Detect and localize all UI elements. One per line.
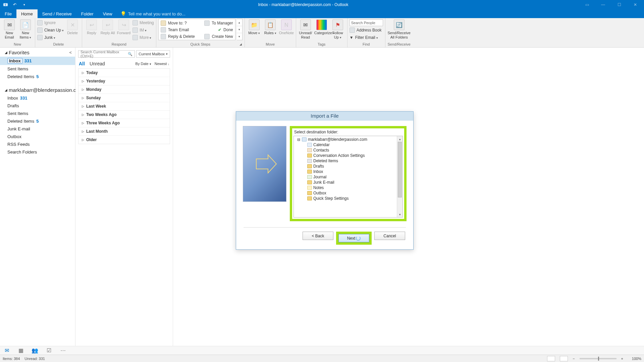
search-people-input[interactable]: Search People	[350, 19, 383, 26]
tab-folder[interactable]: Folder	[76, 9, 98, 18]
reply-button[interactable]: ↩Reply	[84, 19, 99, 35]
qat-customize-icon[interactable]: ▾	[21, 2, 27, 7]
search-scope-dropdown[interactable]: Current Mailbox▾	[136, 50, 170, 58]
tree-calendar[interactable]: Calendar	[294, 142, 397, 147]
group-today[interactable]: ▷Today	[78, 69, 170, 77]
fav-inbox[interactable]: Inbox331	[0, 57, 75, 65]
folder-search[interactable]: Search Folders	[0, 148, 75, 156]
tasks-module-icon[interactable]: ☑	[46, 347, 52, 354]
undo-icon[interactable]: ↶	[12, 2, 17, 7]
filter-unread[interactable]: Unread	[90, 61, 105, 66]
cleanup-button[interactable]: Clean Up	[37, 27, 64, 34]
zoom-slider[interactable]	[580, 358, 616, 359]
group-yesterday[interactable]: ▷Yesterday	[78, 77, 170, 85]
folder-outbox[interactable]: Outbox	[0, 133, 75, 140]
dialog-launcher-icon[interactable]: ◢	[239, 43, 242, 46]
view-reading-icon[interactable]	[560, 356, 568, 361]
group-last-week[interactable]: ▷Last Week	[78, 102, 170, 111]
more-modules-icon[interactable]: ⋯	[60, 347, 66, 354]
tree-journal[interactable]: Journal	[294, 174, 397, 180]
chevron-down-icon[interactable]: ▾	[237, 26, 242, 33]
sort-newest[interactable]: Newest ↓	[155, 62, 169, 66]
tree-outbox[interactable]: Outbox	[294, 190, 397, 196]
folder-drafts[interactable]: Drafts	[0, 102, 75, 110]
folder-sent-items[interactable]: Sent Items	[0, 110, 75, 117]
group-two-weeks[interactable]: ▷Two Weeks Ago	[78, 111, 170, 119]
quick-steps-nav[interactable]: ▴▾▾	[237, 19, 243, 40]
folder-deleted-items[interactable]: Deleted Items5	[0, 117, 75, 125]
fav-sent-items[interactable]: Sent Items	[0, 65, 75, 73]
tab-send-receive[interactable]: Send / Receive	[38, 9, 76, 18]
group-older[interactable]: ▷Older	[78, 136, 170, 144]
tell-me-search[interactable]: 💡 Tell me what you want to do...	[117, 9, 185, 18]
tab-file[interactable]: File	[0, 9, 16, 18]
mail-module-icon[interactable]: ✉	[3, 347, 10, 354]
zoom-out-icon[interactable]: −	[573, 357, 575, 361]
folder-tree[interactable]: ⊟marklabarr@blenderpassion.com Calendar …	[293, 136, 403, 218]
cancel-button[interactable]: Cancel	[374, 232, 405, 240]
tree-quickstep[interactable]: Quick Step Settings	[294, 196, 397, 201]
scroll-down-icon[interactable]: ▾	[397, 212, 402, 217]
favorites-header[interactable]: ◢Favorites<	[0, 48, 75, 57]
folder-junk[interactable]: Junk E-mail	[0, 125, 75, 133]
sort-by-date[interactable]: By Date ▾	[136, 62, 151, 66]
calendar-module-icon[interactable]: ▦	[17, 347, 24, 354]
view-normal-icon[interactable]	[547, 356, 555, 361]
search-mailbox-input[interactable]: Search Current Mailbox (Ctrl+E)🔍	[78, 50, 135, 58]
tree-notes[interactable]: Notes	[294, 185, 397, 190]
ignore-button[interactable]: Ignore	[37, 19, 64, 26]
back-button[interactable]: < Back	[303, 232, 333, 240]
maximize-icon[interactable]: ☐	[612, 0, 627, 9]
tree-deleted[interactable]: Deleted Items	[294, 158, 397, 164]
tab-home[interactable]: Home	[16, 9, 38, 18]
reply-all-button[interactable]: ↩Reply All	[100, 19, 115, 35]
account-header[interactable]: ◢marklabarr@blenderpassion.co...	[0, 85, 75, 94]
scroll-up-icon[interactable]: ▴	[397, 136, 402, 142]
filter-email-button[interactable]: ▼Filter Email	[350, 34, 383, 41]
forward-button[interactable]: ↪Forward	[116, 19, 131, 35]
tree-drafts[interactable]: Drafts	[294, 164, 397, 169]
group-monday[interactable]: ▷Monday	[78, 85, 170, 94]
quick-steps-more-icon[interactable]: ▾	[237, 33, 242, 40]
follow-up-button[interactable]: ⚑Follow Up	[330, 19, 345, 40]
im-button[interactable]: IM	[132, 27, 154, 34]
tab-view[interactable]: View	[98, 9, 117, 18]
move-button[interactable]: 📁Move	[247, 19, 262, 36]
people-module-icon[interactable]: 👥	[32, 347, 38, 354]
junk-button[interactable]: Junk	[37, 34, 64, 41]
zoom-in-icon[interactable]: +	[621, 357, 623, 361]
ribbon-display-icon[interactable]: ▭	[580, 0, 594, 9]
tree-root-account[interactable]: ⊟marklabarr@blenderpassion.com	[294, 137, 397, 142]
meeting-button[interactable]: Meeting	[132, 19, 154, 26]
more-button[interactable]: More	[132, 34, 154, 41]
chevron-up-icon[interactable]: ▴	[237, 19, 242, 26]
minus-icon[interactable]: ⊟	[297, 137, 301, 142]
nav-collapse-icon[interactable]: <	[69, 50, 72, 55]
rules-button[interactable]: 📋Rules	[263, 19, 278, 36]
unread-read-button[interactable]: ✉Unread/ Read	[298, 19, 313, 40]
minimize-icon[interactable]: —	[596, 0, 610, 9]
new-items-button[interactable]: 📄New Items	[18, 19, 33, 40]
tree-contacts[interactable]: Contacts	[294, 147, 397, 153]
address-book-button[interactable]: Address Book	[350, 27, 383, 34]
tree-conv-action[interactable]: Conversation Action Settings	[294, 153, 397, 158]
group-sunday[interactable]: ▷Sunday	[78, 94, 170, 102]
tree-inbox[interactable]: Inbox	[294, 169, 397, 174]
group-last-month[interactable]: ▷Last Month	[78, 127, 170, 136]
tree-scrollbar[interactable]: ▴ ▾	[397, 136, 402, 217]
group-three-weeks[interactable]: ▷Three Weeks Ago	[78, 119, 170, 127]
send-receive-button[interactable]: 🔄Send/Receive All Folders	[387, 19, 411, 40]
filter-all[interactable]: All	[79, 61, 85, 66]
scroll-thumb[interactable]	[398, 142, 402, 197]
categorize-button[interactable]: Categorize	[314, 19, 329, 36]
folder-rss[interactable]: RSS Feeds	[0, 140, 75, 148]
quick-steps-gallery[interactable]: Move to: ?To Manager Team Email✔Done Rep…	[158, 19, 235, 40]
folder-inbox[interactable]: Inbox331	[0, 94, 75, 102]
close-icon[interactable]: ✕	[628, 0, 643, 9]
tree-junk[interactable]: Junk E-mail	[294, 180, 397, 185]
next-button[interactable]: Next	[338, 234, 369, 242]
fav-deleted-items[interactable]: Deleted Items5	[0, 73, 75, 80]
onenote-button[interactable]: NOneNote	[279, 19, 294, 35]
new-email-button[interactable]: ✉New Email	[2, 19, 17, 40]
delete-button[interactable]: ✕Delete	[65, 19, 80, 35]
